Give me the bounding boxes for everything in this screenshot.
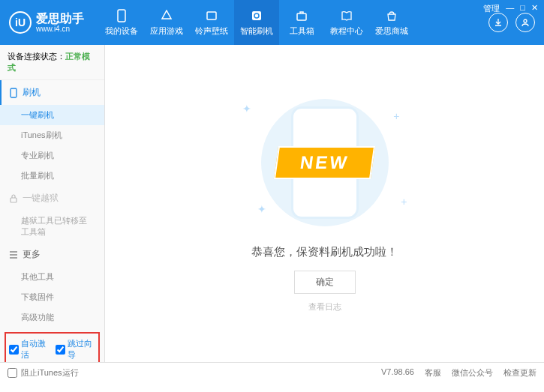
close-button[interactable]: ✕ (531, 3, 538, 14)
brand-logo: iU 爱思助手 www.i4.cn (9, 11, 84, 34)
ok-button[interactable]: 确定 (294, 271, 356, 294)
brand-url: www.i4.cn (36, 25, 84, 33)
sidebar-item-batch[interactable]: 批量刷机 (0, 166, 104, 186)
sidebar-jailbreak-header[interactable]: 一键越狱 (0, 186, 104, 211)
svg-rect-5 (11, 88, 17, 97)
minimize-button[interactable]: — (506, 3, 514, 14)
sidebar-item-itunes[interactable]: iTunes刷机 (0, 125, 104, 145)
section-title: 一键越狱 (23, 192, 59, 205)
user-button[interactable] (515, 13, 535, 32)
section-title: 更多 (23, 248, 41, 261)
phone-icon (114, 8, 129, 23)
svg-rect-3 (297, 13, 306, 20)
download-button[interactable] (488, 13, 508, 32)
svg-rect-6 (11, 198, 17, 202)
footer: 阻止iTunes运行 V7.98.66 客服 微信公众号 检查更新 (0, 362, 544, 383)
apps-icon (159, 8, 174, 23)
view-log-link[interactable]: 查看日志 (308, 301, 341, 313)
nav-label: 我的设备 (105, 25, 138, 37)
success-illustration: ✦ + ✦ + NEW (220, 95, 430, 230)
nav-my-device[interactable]: 我的设备 (99, 0, 144, 45)
auto-activate-checkbox[interactable]: 自动激活 (9, 338, 50, 361)
wechat-link[interactable]: 微信公众号 (452, 367, 493, 379)
phone-icon (9, 88, 18, 98)
store-icon (384, 8, 399, 23)
sidebar: 设备连接状态：正常模式 刷机 一键刷机 iTunes刷机 专业刷机 批量刷机 一… (0, 45, 105, 362)
skip-guide-checkbox[interactable]: 跳过向导 (56, 338, 96, 361)
header: iU 爱思助手 www.i4.cn 我的设备 应用游戏 铃声壁纸 智能刷机 工具… (0, 0, 544, 45)
new-banner: NEW (274, 146, 375, 179)
titlebar-controls: 管理 — □ ✕ (483, 3, 538, 14)
svg-rect-1 (207, 12, 216, 19)
main-content: ✦ + ✦ + NEW 恭喜您，保资料刷机成功啦！ 确定 查看日志 (105, 45, 544, 362)
brand-name: 爱思助手 (36, 12, 84, 25)
nav-store[interactable]: 爱思商城 (369, 0, 414, 45)
settings-button[interactable]: 管理 (483, 3, 500, 14)
nav-label: 工具箱 (290, 25, 314, 37)
options-box: 自动激活 跳过向导 (5, 332, 100, 362)
maximize-button[interactable]: □ (520, 3, 525, 14)
nav-label: 爱思商城 (375, 25, 408, 37)
nav-label: 铃声壁纸 (195, 25, 228, 37)
menu-icon (9, 251, 18, 259)
ringtone-icon (204, 8, 219, 23)
svg-point-4 (524, 19, 527, 22)
nav-label: 应用游戏 (150, 25, 183, 37)
success-message: 恭喜您，保资料刷机成功啦！ (251, 245, 398, 259)
toolbox-icon (294, 8, 309, 23)
sidebar-flash-header[interactable]: 刷机 (0, 80, 104, 105)
check-update-link[interactable]: 检查更新 (503, 367, 536, 379)
sidebar-more-header[interactable]: 更多 (0, 242, 104, 267)
connection-status: 设备连接状态：正常模式 (0, 45, 104, 80)
nav-tutorials[interactable]: 教程中心 (324, 0, 369, 45)
logo-icon: iU (9, 11, 32, 34)
sidebar-item-pro[interactable]: 专业刷机 (0, 145, 104, 166)
sidebar-item-firmware[interactable]: 下载固件 (0, 287, 104, 307)
sidebar-item-oneclick[interactable]: 一键刷机 (0, 105, 104, 125)
version-label: V7.98.66 (381, 367, 414, 379)
flash-icon (249, 8, 264, 23)
nav-apps[interactable]: 应用游戏 (144, 0, 189, 45)
lock-icon (9, 194, 18, 203)
svg-rect-0 (118, 10, 125, 22)
jailbreak-note: 越狱工具已转移至工具箱 (0, 211, 104, 242)
nav-toolbox[interactable]: 工具箱 (279, 0, 324, 45)
book-icon (339, 8, 354, 23)
nav-label: 教程中心 (330, 25, 363, 37)
nav-label: 智能刷机 (240, 25, 273, 37)
service-link[interactable]: 客服 (425, 367, 441, 379)
svg-rect-2 (252, 11, 261, 20)
nav-flash[interactable]: 智能刷机 (234, 0, 279, 45)
main-nav: 我的设备 应用游戏 铃声壁纸 智能刷机 工具箱 教程中心 爱思商城 (99, 0, 488, 45)
section-title: 刷机 (23, 86, 41, 99)
sidebar-item-other[interactable]: 其他工具 (0, 267, 104, 287)
sidebar-item-advanced[interactable]: 高级功能 (0, 307, 104, 328)
block-itunes-checkbox[interactable]: 阻止iTunes运行 (8, 367, 79, 379)
nav-ringtones[interactable]: 铃声壁纸 (189, 0, 234, 45)
